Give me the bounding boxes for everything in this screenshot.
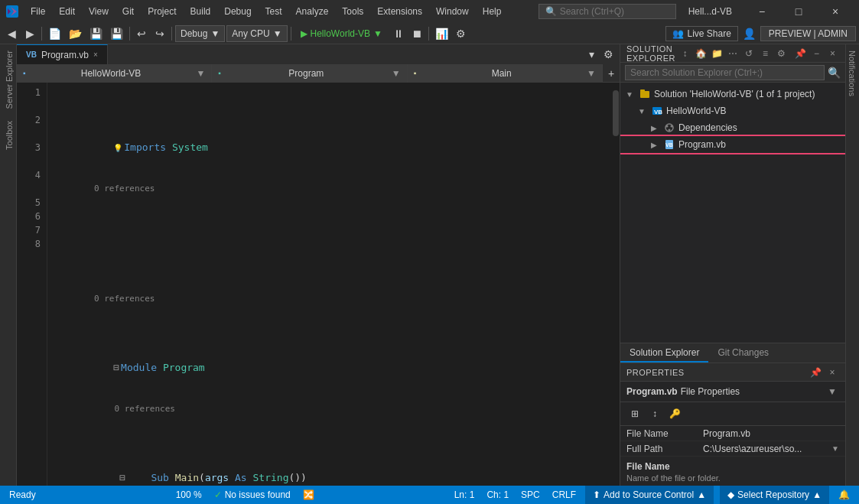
forward-button[interactable]: ▶ xyxy=(21,25,38,42)
se-close-icon-btn[interactable]: × xyxy=(826,47,839,60)
props-grid-icon[interactable]: ⊞ xyxy=(626,405,643,422)
status-encoding[interactable]: SPC xyxy=(518,486,543,504)
status-ready[interactable]: Ready xyxy=(6,486,39,504)
editor-tab-program-vb[interactable]: VB Program.vb × xyxy=(17,44,108,64)
preview-admin-button[interactable]: PREVIEW | ADMIN xyxy=(760,26,856,41)
code-editor[interactable]: 1 2 3 4 5 6 7 8 💡Imports System xyxy=(17,83,620,486)
undo-button[interactable]: ↩ xyxy=(133,25,150,42)
tree-expand-program-vb[interactable]: ▶ xyxy=(648,138,660,151)
se-settings-icon-btn[interactable]: ⚙ xyxy=(775,47,788,60)
account-button[interactable]: 👤 xyxy=(740,25,759,42)
se-search-input[interactable] xyxy=(625,65,825,80)
menu-tools[interactable]: Tools xyxy=(336,4,369,19)
run-button[interactable]: ▶ HelloWorld-VB ▼ xyxy=(294,27,389,41)
tree-expand-solution[interactable]: ▼ xyxy=(623,88,636,100)
tab-dropdown-button[interactable]: ▾ xyxy=(583,46,600,63)
expand-icon-1[interactable]: ⊟ xyxy=(113,362,119,373)
minimize-button[interactable]: − xyxy=(744,0,779,23)
tree-expand-project[interactable]: ▼ xyxy=(636,105,648,117)
menu-edit[interactable]: Edit xyxy=(53,4,81,19)
git-changes-button[interactable]: ⚙ xyxy=(453,25,470,42)
live-share-button[interactable]: 👥 Live Share xyxy=(665,26,737,41)
se-more-icon-btn[interactable]: ⋯ xyxy=(727,47,740,60)
status-line[interactable]: Ln: 1 xyxy=(451,486,478,504)
select-repository-button[interactable]: ◆ Select Repository ▲ xyxy=(720,486,829,504)
open-button[interactable]: 📂 xyxy=(66,25,85,42)
select-repo-dropdown-icon[interactable]: ▲ xyxy=(812,489,822,500)
server-explorer-tab[interactable]: Server Explorer xyxy=(0,44,16,115)
line-num-3: 3 xyxy=(17,141,47,154)
menu-project[interactable]: Project xyxy=(142,4,182,19)
menu-debug[interactable]: Debug xyxy=(218,4,257,19)
tree-expand-dependencies[interactable]: ▶ xyxy=(648,122,660,134)
status-no-issues[interactable]: ✓ No issues found xyxy=(211,486,294,504)
se-tab-solution-explorer[interactable]: Solution Explorer xyxy=(620,344,708,363)
props-key-icon[interactable]: 🔑 xyxy=(666,405,683,422)
se-refresh-icon-btn[interactable]: ↺ xyxy=(743,47,756,60)
class-dropdown[interactable]: ▪ Program ▼ xyxy=(212,64,407,83)
diagnostics-button[interactable]: 📊 xyxy=(432,25,451,42)
props-close-icon[interactable]: × xyxy=(825,366,839,379)
title-search-input[interactable] xyxy=(560,6,675,17)
platform-dropdown[interactable]: Any CPU ▼ xyxy=(226,25,287,42)
editor-scroll-thumb[interactable] xyxy=(613,90,619,136)
back-button[interactable]: ◀ xyxy=(3,25,20,42)
se-tab-git-changes[interactable]: Git Changes xyxy=(708,344,778,363)
tab-settings-button[interactable]: ⚙ xyxy=(600,46,617,63)
menu-analyze[interactable]: Analyze xyxy=(290,4,335,19)
se-folder-icon-btn[interactable]: 📁 xyxy=(711,47,724,60)
se-sync-icon-btn[interactable]: ↕ xyxy=(678,47,691,60)
notifications-tab[interactable]: Notifications xyxy=(846,44,859,102)
pause-button[interactable]: ⏸ xyxy=(390,25,407,42)
project-dropdown[interactable]: ▪ HelloWorld-VB ▼ xyxy=(17,64,212,83)
tree-item-solution[interactable]: ▼ Solution 'HelloWorld-VB' (1 of 1 proje… xyxy=(620,86,845,102)
add-to-source-control-button[interactable]: ⬆ Add to Source Control ▲ xyxy=(585,486,714,504)
save-all-button[interactable]: 💾 xyxy=(107,25,126,42)
props-sort-icon[interactable]: ↕ xyxy=(646,405,663,422)
git-icon: 🔀 xyxy=(303,489,314,500)
props-row-filename[interactable]: File Name Program.vb xyxy=(620,426,845,441)
title-search-box[interactable]: 🔍 xyxy=(539,4,676,19)
menu-test[interactable]: Test xyxy=(259,4,288,19)
save-button[interactable]: 💾 xyxy=(86,25,106,42)
editor-scrollbar[interactable] xyxy=(612,83,620,486)
redo-button[interactable]: ↪ xyxy=(151,25,168,42)
props-expand-icon[interactable]: ▼ xyxy=(825,385,839,398)
menu-window[interactable]: Window xyxy=(430,4,475,19)
expand-icon-2[interactable]: ⊟ xyxy=(119,472,125,483)
maximize-button[interactable]: □ xyxy=(781,0,816,23)
props-pin-icon[interactable]: 📌 xyxy=(809,366,822,379)
add-to-source-dropdown-icon[interactable]: ▲ xyxy=(697,489,706,500)
menu-help[interactable]: Help xyxy=(477,4,508,19)
status-zoom[interactable]: 100 % xyxy=(173,486,205,504)
se-home-icon-btn[interactable]: 🏠 xyxy=(695,47,708,60)
status-notification-bell[interactable]: 🔔 xyxy=(835,486,853,504)
tree-item-dependencies[interactable]: ▶ Dependencies xyxy=(620,119,845,136)
tree-item-program-vb[interactable]: ▶ VB Program.vb xyxy=(620,136,845,153)
menu-file[interactable]: File xyxy=(24,4,51,19)
se-collapse-icon-btn[interactable]: ≡ xyxy=(759,47,772,60)
status-line-ending[interactable]: CRLF xyxy=(549,486,579,504)
props-row-fullpath[interactable]: Full Path C:\Users\azureuser\so... ▼ xyxy=(620,441,845,457)
se-minimize-icon-btn[interactable]: − xyxy=(810,47,823,60)
tree-icon-dependencies xyxy=(663,122,675,134)
code-content[interactable]: 💡Imports System 0 references 0 reference… xyxy=(47,83,612,486)
debug-config-dropdown[interactable]: Debug ▼ xyxy=(175,25,225,42)
stop-button[interactable]: ⏹ xyxy=(408,25,425,42)
menu-view[interactable]: View xyxy=(83,4,115,19)
editor-tab-close-icon[interactable]: × xyxy=(93,50,98,59)
status-source-control[interactable]: 🔀 xyxy=(300,486,317,504)
tree-item-project[interactable]: ▼ VB HelloWorld-VB xyxy=(620,102,845,119)
se-pin-icon-btn[interactable]: 📌 xyxy=(794,47,807,60)
member-dropdown[interactable]: ▪ Main ▼ xyxy=(408,64,603,83)
menu-build[interactable]: Build xyxy=(184,4,217,19)
toolbox-tab[interactable]: Toolbox xyxy=(0,115,16,156)
add-nav-button[interactable]: + xyxy=(603,65,620,82)
close-button[interactable]: × xyxy=(818,0,853,23)
right-sidebar: Notifications xyxy=(845,44,859,486)
properties-title: Properties xyxy=(626,368,714,377)
status-col[interactable]: Ch: 1 xyxy=(483,486,512,504)
menu-extensions[interactable]: Extensions xyxy=(371,4,428,19)
new-file-button[interactable]: 📄 xyxy=(45,25,64,42)
menu-git[interactable]: Git xyxy=(116,4,140,19)
